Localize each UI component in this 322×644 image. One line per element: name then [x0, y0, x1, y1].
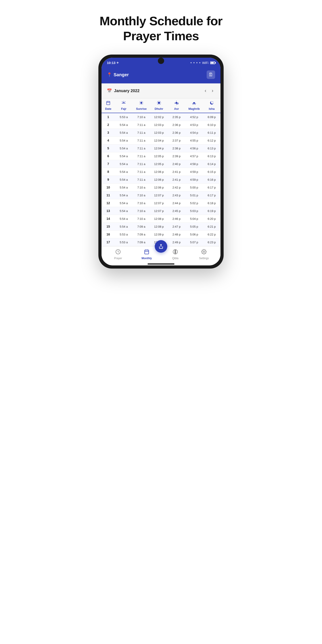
svg-line-5 — [122, 102, 123, 102]
cell-dhuhr: 12:04 p — [150, 144, 168, 152]
cell-maghrib: 4:54 p — [185, 129, 203, 136]
cell-maghrib: 5:04 p — [185, 215, 203, 222]
cell-fajr: 5:54 a — [115, 144, 132, 152]
cell-dhuhr: 12:07 p — [150, 199, 168, 207]
cell-sunrise: 7:11 a — [132, 152, 150, 160]
cell-isha: 6:17 p — [203, 192, 220, 199]
cell-sunrise: 7:11 a — [132, 144, 150, 152]
cell-date: 2 — [102, 121, 115, 128]
cell-sunrise: 7:10 a — [132, 199, 150, 207]
table-row: 14 5:54 a 7:10 a 12:08 p 2:46 p 5:04 p 6… — [102, 215, 220, 223]
cell-date: 3 — [102, 129, 115, 136]
cell-date: 12 — [102, 199, 115, 207]
table-row: 16 5:53 a 7:09 a 12:09 p 2:48 p 5:06 p 6… — [102, 230, 220, 238]
cell-isha: 6:17 p — [203, 184, 220, 191]
cell-dhuhr: 12:04 p — [150, 137, 168, 144]
next-month-button[interactable]: › — [210, 87, 215, 94]
prev-month-button[interactable]: ‹ — [203, 87, 208, 94]
month-text: January 2022 — [114, 88, 140, 93]
sunrise-icon — [139, 100, 144, 106]
table-header: Date Fajr — [102, 98, 220, 113]
cell-sunrise: 7:10 a — [132, 215, 150, 222]
cell-maghrib: 4:59 p — [185, 176, 203, 183]
cell-fajr: 5:54 a — [115, 160, 132, 168]
cell-isha: 6:15 p — [203, 168, 220, 176]
cell-asr: 2:41 p — [168, 168, 185, 176]
cell-asr: 2:44 p — [168, 199, 185, 207]
status-indicators: WiFi — [190, 61, 215, 64]
svg-point-32 — [194, 102, 194, 104]
table-row: 10 5:54 a 7:10 a 12:06 p 2:42 p 5:00 p 6… — [102, 184, 220, 192]
table-row: 4 5:54 a 7:11 a 12:04 p 2:37 p 4:55 p 6:… — [102, 137, 220, 144]
cell-date: 5 — [102, 144, 115, 152]
cell-fajr: 5:53 a — [115, 238, 132, 246]
maghrib-icon — [192, 100, 196, 106]
svg-line-13 — [140, 102, 140, 102]
svg-line-36 — [195, 104, 196, 105]
cell-isha: 6:22 p — [203, 230, 220, 238]
cell-dhuhr: 12:07 p — [150, 192, 168, 199]
cell-isha: 6:11 p — [203, 129, 220, 136]
cell-maghrib: 5:03 p — [185, 207, 203, 215]
cell-isha: 6:23 p — [203, 238, 220, 246]
cell-date: 6 — [102, 152, 115, 160]
cell-maghrib: 4:53 p — [185, 121, 203, 128]
location-name: Sanger — [114, 72, 129, 77]
cell-maghrib: 5:01 p — [185, 192, 203, 199]
nav-monthly-label: Monthly — [142, 257, 152, 260]
nav-settings[interactable]: Settings — [190, 249, 218, 260]
svg-line-24 — [160, 101, 160, 102]
cell-fajr: 5:54 a — [115, 215, 132, 222]
date-label: Date — [105, 107, 111, 110]
cell-date: 1 — [102, 113, 115, 121]
col-sunrise: Sunrise — [132, 98, 150, 113]
svg-point-17 — [158, 102, 160, 104]
cell-sunrise: 7:11 a — [132, 121, 150, 128]
notch — [158, 58, 164, 64]
signal-dot-2 — [194, 62, 194, 63]
svg-rect-0 — [107, 102, 110, 105]
cell-date: 16 — [102, 230, 115, 238]
app-header: 📍 Sanger 🗓 — [102, 67, 220, 84]
cell-isha: 6:14 p — [203, 160, 220, 168]
cell-dhuhr: 12:08 p — [150, 223, 168, 230]
cell-dhuhr: 12:02 p — [150, 113, 168, 121]
battery-icon — [210, 62, 215, 64]
nav-settings-label: Settings — [199, 257, 209, 260]
col-fajr: Fajr — [115, 98, 132, 113]
fab-share-button[interactable] — [155, 240, 167, 253]
cell-isha: 6:13 p — [203, 144, 220, 152]
cell-asr: 2:39 p — [168, 152, 185, 160]
svg-line-22 — [158, 101, 158, 102]
page-wrapper: Monthly Schedule for Prayer Times 10:13 … — [80, 4, 242, 268]
nav-prayer[interactable]: Prayer — [104, 249, 132, 260]
cell-dhuhr: 12:06 p — [150, 184, 168, 191]
cell-maghrib: 5:05 p — [185, 223, 203, 230]
cell-dhuhr: 12:09 p — [150, 230, 168, 238]
islamic-calendar-button[interactable]: 🗓 — [206, 70, 215, 79]
asr-label: Asr — [174, 107, 179, 110]
monthly-calendar-icon — [144, 249, 149, 256]
compass-icon — [173, 249, 178, 256]
prayer-table: Date Fajr — [102, 98, 220, 246]
cell-date: 17 — [102, 238, 115, 246]
cell-isha: 6:16 p — [203, 176, 220, 183]
cell-fajr: 5:54 a — [115, 168, 132, 176]
calendar-crescent-icon: 🗓 — [208, 72, 213, 77]
cell-date: 8 — [102, 168, 115, 176]
cell-date: 14 — [102, 215, 115, 222]
cell-isha: 6:18 p — [203, 199, 220, 207]
cell-fajr: 5:54 a — [115, 121, 132, 128]
cell-isha: 6:20 p — [203, 215, 220, 222]
cell-asr: 2:40 p — [168, 160, 185, 168]
table-body: 1 5:53 a 7:10 a 12:02 p 2:35 p 4:52 p 6:… — [102, 113, 220, 246]
svg-line-14 — [142, 104, 143, 104]
isha-label: Isha — [209, 107, 215, 110]
phone-screen: 10:13 ✈ WiFi 📍 Sanger — [102, 58, 220, 266]
home-indicator — [148, 264, 174, 264]
asr-icon — [174, 100, 179, 106]
svg-point-31 — [177, 103, 178, 104]
col-isha: Isha — [203, 98, 220, 113]
location-display: 📍 Sanger — [107, 72, 129, 77]
cell-sunrise: 7:10 a — [132, 113, 150, 121]
